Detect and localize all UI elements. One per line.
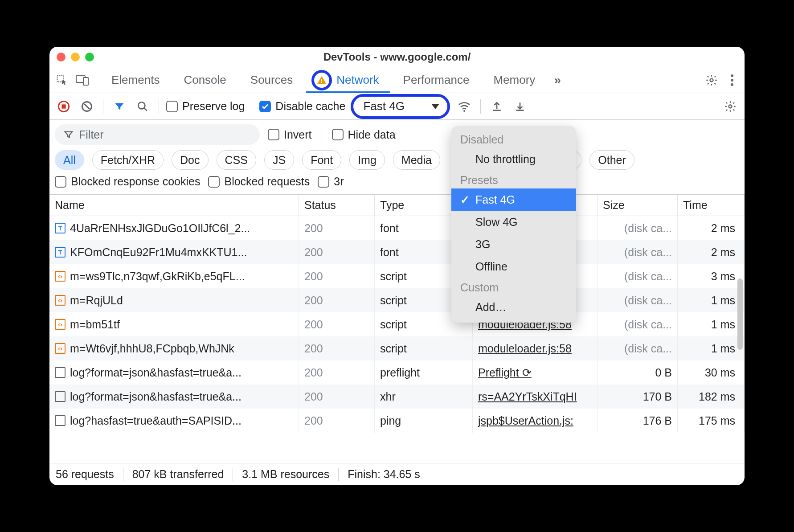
settings-gear-icon[interactable] xyxy=(703,71,720,89)
request-name: m=ws9Tlc,n73qwf,GkRiKb,e5qFL... xyxy=(70,270,245,283)
status-resources: 3.1 MB resources xyxy=(233,468,339,481)
record-button[interactable] xyxy=(55,98,73,115)
menu-item-add[interactable]: Add… xyxy=(451,296,576,318)
type-pill-fetchxhr[interactable]: Fetch/XHR xyxy=(92,150,164,170)
blocked-response-cookies-checkbox[interactable]: Blocked response cookies xyxy=(55,175,200,188)
menu-item-slow-4g[interactable]: Slow 4G xyxy=(451,211,576,233)
table-row[interactable]: T4UaRrENHsxJlGDuGo1OIlJfC6l_2...200fontn… xyxy=(49,216,745,240)
table-row[interactable]: ‹›m=Wt6vjf,hhhU8,FCpbqb,WhJNk200scriptmo… xyxy=(49,336,745,360)
svg-rect-2 xyxy=(83,78,88,85)
checkbox-checked-icon xyxy=(259,101,271,112)
table-row[interactable]: log?format=json&hasfast=true&a...200pref… xyxy=(49,360,745,385)
table-row[interactable]: ‹›m=RqjULd200script58(disk ca...1 ms xyxy=(49,288,745,312)
initiator-link[interactable]: moduleloader.js:58 xyxy=(478,342,572,355)
chevron-down-icon xyxy=(431,104,439,109)
tab-sources[interactable]: Sources xyxy=(240,67,303,93)
status-bar: 56 requests 807 kB transferred 3.1 MB re… xyxy=(49,463,745,485)
col-status[interactable]: Status xyxy=(299,195,375,216)
initiator-link[interactable]: rs=AA2YrTskXiTqHI xyxy=(478,390,577,403)
filter-toggle-icon[interactable] xyxy=(111,98,128,115)
table-header: Name Status Type Size Time xyxy=(49,195,745,216)
export-har-icon[interactable] xyxy=(488,98,506,115)
request-type-filters: All Fetch/XHR Doc CSS JS Font Img Media … xyxy=(55,150,739,170)
menu-item-fast-4g[interactable]: Fast 4G xyxy=(451,188,576,211)
tab-network[interactable]: Network xyxy=(306,67,389,93)
col-size[interactable]: Size xyxy=(598,195,678,216)
requests-table: Name Status Type Size Time T4UaRrENHsxJl… xyxy=(49,195,745,463)
type-pill-all[interactable]: All xyxy=(55,150,84,170)
status-finish: Finish: 34.65 s xyxy=(339,468,429,481)
warning-badge-icon xyxy=(311,70,332,90)
request-name: log?format=json&hasfast=true&a... xyxy=(70,390,241,403)
blocked-requests-checkbox[interactable]: Blocked requests xyxy=(208,175,310,188)
svg-point-7 xyxy=(731,79,733,82)
titlebar: DevTools - www.google.com/ xyxy=(49,47,745,67)
network-settings-gear-icon[interactable] xyxy=(721,98,739,115)
request-name: log?format=json&hasfast=true&a... xyxy=(70,366,241,379)
tab-memory[interactable]: Memory xyxy=(483,67,546,93)
network-toolbar: Preserve log Disable cache Fast 4G xyxy=(49,93,745,120)
table-row[interactable]: ‹›m=ws9Tlc,n73qwf,GkRiKb,e5qFL...200scri… xyxy=(49,264,745,288)
checkbox-icon xyxy=(166,101,178,112)
type-pill-js[interactable]: JS xyxy=(264,150,294,170)
menu-section-custom: Custom xyxy=(451,278,576,296)
font-file-icon: T xyxy=(55,247,65,258)
clear-button[interactable] xyxy=(78,98,96,115)
import-har-icon[interactable] xyxy=(511,98,529,115)
status-requests: 56 requests xyxy=(56,468,123,481)
table-row[interactable]: log?hasfast=true&auth=SAPISID...200pingj… xyxy=(49,409,745,433)
svg-point-5 xyxy=(710,78,713,82)
script-file-icon: ‹› xyxy=(55,343,65,354)
request-name: 4UaRrENHsxJlGDuGo1OIlJfC6l_2... xyxy=(70,222,250,235)
type-pill-img[interactable]: Img xyxy=(349,150,385,170)
request-name: m=RqjULd xyxy=(70,294,123,307)
table-row[interactable]: TKFOmCnqEu92Fr1Mu4mxKKTU1...200fontn3:(d… xyxy=(49,240,745,264)
request-name: m=bm51tf xyxy=(70,318,120,331)
type-pill-media[interactable]: Media xyxy=(393,150,440,170)
menu-item-no-throttling[interactable]: No throttling xyxy=(451,148,576,170)
col-time[interactable]: Time xyxy=(678,195,745,216)
initiator-link[interactable]: Preflight ⟳ xyxy=(478,366,532,379)
tab-console[interactable]: Console xyxy=(173,67,237,93)
filter-bar: Filter Invert Hide data extension URLs A… xyxy=(49,120,745,195)
menu-item-3g[interactable]: 3G xyxy=(451,233,576,255)
separator xyxy=(96,73,96,87)
type-pill-other[interactable]: Other xyxy=(589,150,634,170)
menu-section-disabled: Disabled xyxy=(451,130,576,148)
more-tabs-icon[interactable]: » xyxy=(548,71,566,89)
table-row[interactable]: ‹›m=bm51tf200scriptmoduleloader.js:58(di… xyxy=(49,312,745,336)
third-party-checkbox[interactable]: 3r xyxy=(318,175,344,188)
request-name: m=Wt6vjf,hhhU8,FCpbqb,WhJNk xyxy=(70,342,234,355)
doc-file-icon xyxy=(55,415,65,426)
tab-performance[interactable]: Performance xyxy=(393,67,480,93)
devtools-window: DevTools - www.google.com/ Elements Cons… xyxy=(49,47,745,485)
menu-section-presets: Presets xyxy=(451,170,576,188)
svg-rect-3 xyxy=(321,79,322,82)
kebab-menu-icon[interactable] xyxy=(723,71,741,89)
type-pill-font[interactable]: Font xyxy=(302,150,341,170)
network-conditions-icon[interactable] xyxy=(455,98,473,115)
doc-file-icon xyxy=(55,391,65,402)
col-name[interactable]: Name xyxy=(49,195,299,216)
throttling-select[interactable]: Fast 4G xyxy=(351,94,450,119)
tab-elements[interactable]: Elements xyxy=(101,67,170,93)
table-row[interactable]: log?format=json&hasfast=true&a...200xhrr… xyxy=(49,385,745,409)
vertical-scrollbar[interactable] xyxy=(737,278,743,350)
font-file-icon: T xyxy=(55,223,65,233)
device-toolbar-icon[interactable] xyxy=(74,71,91,89)
inspect-element-icon[interactable] xyxy=(53,71,71,89)
type-pill-css[interactable]: CSS xyxy=(217,150,256,170)
window-title: DevTools - www.google.com/ xyxy=(49,51,745,63)
initiator-link[interactable]: jspb$UserAction.js: xyxy=(478,414,573,427)
hide-data-urls-checkbox[interactable]: Hide data xyxy=(332,128,396,141)
panel-tabs: Elements Console Sources Network Perform… xyxy=(49,67,745,93)
type-pill-doc[interactable]: Doc xyxy=(172,150,208,170)
filter-input[interactable]: Filter xyxy=(55,124,260,145)
svg-point-6 xyxy=(731,74,733,77)
invert-checkbox[interactable]: Invert xyxy=(268,128,312,141)
menu-item-offline[interactable]: Offline xyxy=(451,255,576,278)
disable-cache-checkbox[interactable]: Disable cache xyxy=(259,100,345,113)
search-icon[interactable] xyxy=(134,98,151,115)
preserve-log-checkbox[interactable]: Preserve log xyxy=(166,100,245,113)
request-name: KFOmCnqEu92Fr1Mu4mxKKTU1... xyxy=(70,246,247,259)
